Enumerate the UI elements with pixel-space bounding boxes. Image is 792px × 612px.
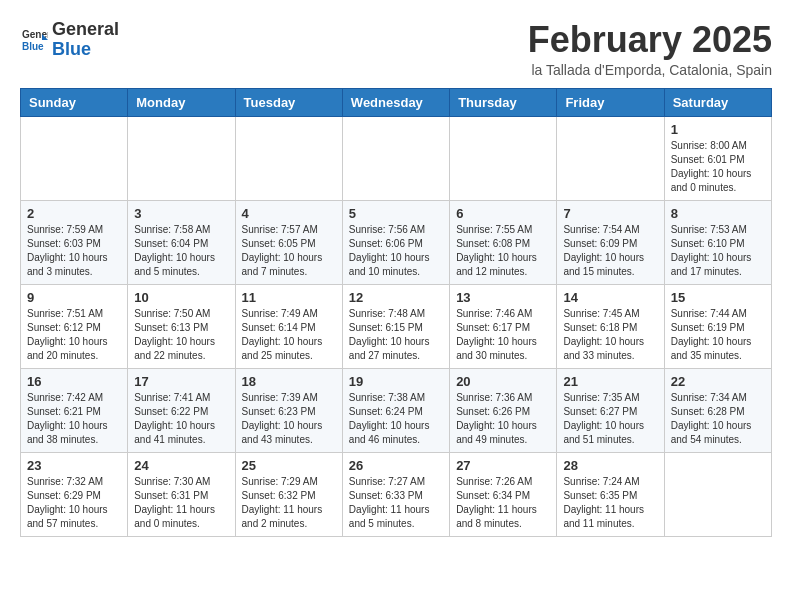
weekday-header-friday: Friday: [557, 88, 664, 116]
day-info: Sunrise: 7:49 AM Sunset: 6:14 PM Dayligh…: [242, 307, 336, 363]
calendar-cell: 20Sunrise: 7:36 AM Sunset: 6:26 PM Dayli…: [450, 368, 557, 452]
calendar-cell: 8Sunrise: 7:53 AM Sunset: 6:10 PM Daylig…: [664, 200, 771, 284]
weekday-header-monday: Monday: [128, 88, 235, 116]
day-number: 18: [242, 374, 336, 389]
day-number: 4: [242, 206, 336, 221]
calendar-table: SundayMondayTuesdayWednesdayThursdayFrid…: [20, 88, 772, 537]
day-info: Sunrise: 7:50 AM Sunset: 6:13 PM Dayligh…: [134, 307, 228, 363]
calendar-cell: 1Sunrise: 8:00 AM Sunset: 6:01 PM Daylig…: [664, 116, 771, 200]
day-info: Sunrise: 7:32 AM Sunset: 6:29 PM Dayligh…: [27, 475, 121, 531]
day-number: 9: [27, 290, 121, 305]
day-info: Sunrise: 7:42 AM Sunset: 6:21 PM Dayligh…: [27, 391, 121, 447]
day-number: 12: [349, 290, 443, 305]
logo-text-general: General: [52, 20, 119, 40]
calendar-cell: 16Sunrise: 7:42 AM Sunset: 6:21 PM Dayli…: [21, 368, 128, 452]
weekday-header-wednesday: Wednesday: [342, 88, 449, 116]
day-info: Sunrise: 7:38 AM Sunset: 6:24 PM Dayligh…: [349, 391, 443, 447]
day-number: 3: [134, 206, 228, 221]
calendar-week-4: 16Sunrise: 7:42 AM Sunset: 6:21 PM Dayli…: [21, 368, 772, 452]
calendar-cell: 9Sunrise: 7:51 AM Sunset: 6:12 PM Daylig…: [21, 284, 128, 368]
day-number: 5: [349, 206, 443, 221]
calendar-cell: [128, 116, 235, 200]
calendar-week-5: 23Sunrise: 7:32 AM Sunset: 6:29 PM Dayli…: [21, 452, 772, 536]
logo: General Blue General Blue: [20, 20, 119, 60]
day-info: Sunrise: 7:57 AM Sunset: 6:05 PM Dayligh…: [242, 223, 336, 279]
day-number: 13: [456, 290, 550, 305]
day-info: Sunrise: 7:55 AM Sunset: 6:08 PM Dayligh…: [456, 223, 550, 279]
day-number: 8: [671, 206, 765, 221]
day-number: 28: [563, 458, 657, 473]
weekday-header-saturday: Saturday: [664, 88, 771, 116]
calendar-cell: 19Sunrise: 7:38 AM Sunset: 6:24 PM Dayli…: [342, 368, 449, 452]
day-info: Sunrise: 7:48 AM Sunset: 6:15 PM Dayligh…: [349, 307, 443, 363]
day-number: 1: [671, 122, 765, 137]
weekday-header-thursday: Thursday: [450, 88, 557, 116]
day-number: 15: [671, 290, 765, 305]
calendar-cell: 4Sunrise: 7:57 AM Sunset: 6:05 PM Daylig…: [235, 200, 342, 284]
calendar-cell: 7Sunrise: 7:54 AM Sunset: 6:09 PM Daylig…: [557, 200, 664, 284]
day-number: 25: [242, 458, 336, 473]
calendar-cell: 11Sunrise: 7:49 AM Sunset: 6:14 PM Dayli…: [235, 284, 342, 368]
day-info: Sunrise: 7:34 AM Sunset: 6:28 PM Dayligh…: [671, 391, 765, 447]
day-number: 27: [456, 458, 550, 473]
day-info: Sunrise: 7:44 AM Sunset: 6:19 PM Dayligh…: [671, 307, 765, 363]
calendar-cell: 10Sunrise: 7:50 AM Sunset: 6:13 PM Dayli…: [128, 284, 235, 368]
calendar-cell: [235, 116, 342, 200]
calendar-cell: [342, 116, 449, 200]
day-number: 21: [563, 374, 657, 389]
day-info: Sunrise: 8:00 AM Sunset: 6:01 PM Dayligh…: [671, 139, 765, 195]
day-info: Sunrise: 7:29 AM Sunset: 6:32 PM Dayligh…: [242, 475, 336, 531]
page-header: General Blue General Blue February 2025 …: [20, 20, 772, 78]
calendar-cell: 25Sunrise: 7:29 AM Sunset: 6:32 PM Dayli…: [235, 452, 342, 536]
calendar-cell: [664, 452, 771, 536]
day-info: Sunrise: 7:46 AM Sunset: 6:17 PM Dayligh…: [456, 307, 550, 363]
day-number: 26: [349, 458, 443, 473]
calendar-cell: 2Sunrise: 7:59 AM Sunset: 6:03 PM Daylig…: [21, 200, 128, 284]
day-info: Sunrise: 7:59 AM Sunset: 6:03 PM Dayligh…: [27, 223, 121, 279]
day-info: Sunrise: 7:54 AM Sunset: 6:09 PM Dayligh…: [563, 223, 657, 279]
title-block: February 2025 la Tallada d'Emporda, Cata…: [528, 20, 772, 78]
calendar-cell: 6Sunrise: 7:55 AM Sunset: 6:08 PM Daylig…: [450, 200, 557, 284]
day-info: Sunrise: 7:26 AM Sunset: 6:34 PM Dayligh…: [456, 475, 550, 531]
calendar-cell: 18Sunrise: 7:39 AM Sunset: 6:23 PM Dayli…: [235, 368, 342, 452]
calendar-cell: 13Sunrise: 7:46 AM Sunset: 6:17 PM Dayli…: [450, 284, 557, 368]
calendar-cell: 14Sunrise: 7:45 AM Sunset: 6:18 PM Dayli…: [557, 284, 664, 368]
calendar-cell: [21, 116, 128, 200]
calendar-cell: 15Sunrise: 7:44 AM Sunset: 6:19 PM Dayli…: [664, 284, 771, 368]
day-info: Sunrise: 7:30 AM Sunset: 6:31 PM Dayligh…: [134, 475, 228, 531]
calendar-cell: 24Sunrise: 7:30 AM Sunset: 6:31 PM Dayli…: [128, 452, 235, 536]
month-year-title: February 2025: [528, 20, 772, 60]
calendar-cell: [450, 116, 557, 200]
day-info: Sunrise: 7:35 AM Sunset: 6:27 PM Dayligh…: [563, 391, 657, 447]
weekday-header-tuesday: Tuesday: [235, 88, 342, 116]
calendar-cell: 5Sunrise: 7:56 AM Sunset: 6:06 PM Daylig…: [342, 200, 449, 284]
calendar-cell: 12Sunrise: 7:48 AM Sunset: 6:15 PM Dayli…: [342, 284, 449, 368]
calendar-body: 1Sunrise: 8:00 AM Sunset: 6:01 PM Daylig…: [21, 116, 772, 536]
calendar-week-1: 1Sunrise: 8:00 AM Sunset: 6:01 PM Daylig…: [21, 116, 772, 200]
calendar-cell: 26Sunrise: 7:27 AM Sunset: 6:33 PM Dayli…: [342, 452, 449, 536]
svg-text:Blue: Blue: [22, 41, 44, 52]
day-number: 24: [134, 458, 228, 473]
day-info: Sunrise: 7:36 AM Sunset: 6:26 PM Dayligh…: [456, 391, 550, 447]
day-number: 20: [456, 374, 550, 389]
calendar-week-3: 9Sunrise: 7:51 AM Sunset: 6:12 PM Daylig…: [21, 284, 772, 368]
day-info: Sunrise: 7:27 AM Sunset: 6:33 PM Dayligh…: [349, 475, 443, 531]
calendar-header-row: SundayMondayTuesdayWednesdayThursdayFrid…: [21, 88, 772, 116]
weekday-header-sunday: Sunday: [21, 88, 128, 116]
calendar-cell: 27Sunrise: 7:26 AM Sunset: 6:34 PM Dayli…: [450, 452, 557, 536]
day-number: 10: [134, 290, 228, 305]
calendar-cell: 23Sunrise: 7:32 AM Sunset: 6:29 PM Dayli…: [21, 452, 128, 536]
calendar-cell: 28Sunrise: 7:24 AM Sunset: 6:35 PM Dayli…: [557, 452, 664, 536]
day-number: 22: [671, 374, 765, 389]
day-number: 17: [134, 374, 228, 389]
day-number: 19: [349, 374, 443, 389]
calendar-cell: 17Sunrise: 7:41 AM Sunset: 6:22 PM Dayli…: [128, 368, 235, 452]
day-info: Sunrise: 7:56 AM Sunset: 6:06 PM Dayligh…: [349, 223, 443, 279]
calendar-cell: 22Sunrise: 7:34 AM Sunset: 6:28 PM Dayli…: [664, 368, 771, 452]
day-number: 2: [27, 206, 121, 221]
day-info: Sunrise: 7:24 AM Sunset: 6:35 PM Dayligh…: [563, 475, 657, 531]
day-info: Sunrise: 7:41 AM Sunset: 6:22 PM Dayligh…: [134, 391, 228, 447]
day-number: 23: [27, 458, 121, 473]
day-info: Sunrise: 7:39 AM Sunset: 6:23 PM Dayligh…: [242, 391, 336, 447]
day-number: 16: [27, 374, 121, 389]
